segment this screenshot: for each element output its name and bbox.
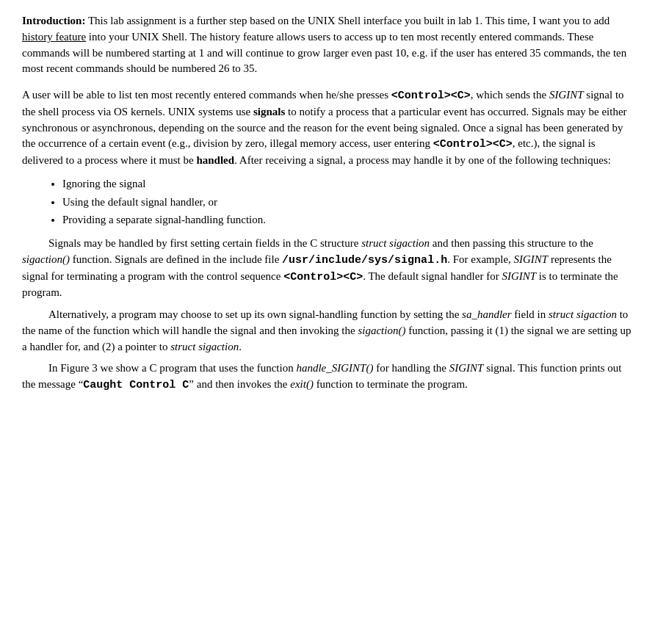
para2-text1: A user will be able to list ten most rec… — [22, 89, 391, 101]
list-item: Providing a separate signal-handling fun… — [62, 212, 633, 228]
sigaction-func-2: sigaction() — [358, 325, 405, 336]
para3-text4: . For example, — [447, 253, 513, 265]
list-item: Ignoring the signal — [62, 176, 633, 192]
intro-bold-label: Introduction: — [22, 15, 85, 26]
ctrl-c-2: <Control><C> — [433, 138, 513, 151]
signals-bold: signals — [253, 106, 285, 117]
para3-text6: . The default signal handler for — [363, 270, 502, 282]
sigaction-func-1: sigaction() — [22, 253, 70, 265]
include-path: /usr/include/sys/signal.h — [282, 254, 447, 267]
list-item: Using the default signal handler, or — [62, 195, 633, 211]
para3-text2: and then passing this structure to the — [430, 237, 593, 249]
intro-text-1: This lab assignment is a further step ba… — [85, 15, 609, 26]
para2-text6: . After receiving a signal, a process ma… — [234, 154, 611, 166]
third-paragraph: Signals may be handled by first setting … — [22, 236, 633, 301]
ctrl-c-3: <Control><C> — [283, 271, 363, 283]
second-paragraph: A user will be able to list ten most rec… — [22, 87, 633, 169]
para2-text2: , which sends the — [471, 89, 549, 101]
para5-text2: for handling the — [373, 362, 449, 374]
caught-ctrl: Caught Control C — [83, 379, 189, 391]
struct-sigaction-3: struct sigaction — [170, 341, 239, 352]
exit-func: exit() — [290, 378, 314, 390]
handle-sigint: handle_SIGINT() — [296, 362, 373, 374]
handled-bold: handled — [196, 154, 234, 166]
fifth-paragraph: In Figure 3 we show a C program that use… — [22, 361, 633, 394]
history-feature-link: history feature — [22, 31, 86, 43]
para3-text3: function. Signals are defined in the inc… — [70, 253, 282, 265]
struct-sigaction-1: struct sigaction — [361, 237, 430, 249]
para5-text5: function to terminate the program. — [314, 378, 468, 390]
para4-text1: Alternatively, a program may choose to s… — [48, 308, 462, 320]
intro-text-2: into your UNIX Shell. The history featur… — [22, 31, 626, 75]
para3-text1: Signals may be handled by first setting … — [48, 237, 361, 249]
sigint-3: SIGINT — [502, 270, 536, 282]
intro-paragraph: Introduction: This lab assignment is a f… — [22, 13, 633, 77]
sigint-4: SIGINT — [449, 362, 484, 374]
para5-text1: In Figure 3 we show a C program that use… — [48, 362, 296, 374]
para4-text5: . — [239, 341, 242, 352]
fourth-paragraph: Alternatively, a program may choose to s… — [22, 307, 633, 355]
sigint-1: SIGINT — [549, 89, 584, 101]
para5-text4: ” and then invokes the — [189, 378, 290, 390]
para4-text2: field in — [512, 308, 549, 320]
page-content: Introduction: This lab assignment is a f… — [0, 0, 655, 413]
ctrl-c-1: <Control><C> — [391, 90, 471, 102]
techniques-list: Ignoring the signal Using the default si… — [62, 176, 633, 228]
sigint-2: SIGINT — [514, 253, 549, 265]
sa-handler: sa_handler — [462, 308, 512, 320]
struct-sigaction-2: struct sigaction — [549, 308, 617, 320]
